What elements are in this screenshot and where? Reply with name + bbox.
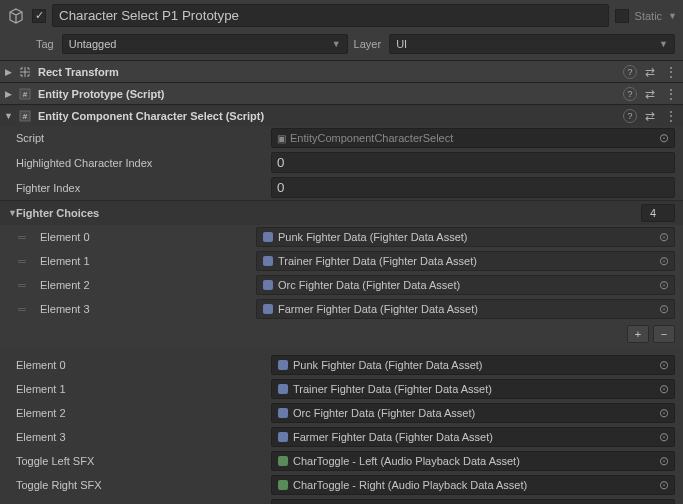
preset-icon[interactable]: ⇄	[643, 109, 657, 123]
svg-rect-4	[263, 232, 273, 242]
asset-icon	[262, 255, 274, 267]
element-label: Element 3	[16, 431, 271, 443]
array-element-row: ═Element 1Trainer Fighter Data (Fighter …	[0, 249, 683, 273]
fold-icon[interactable]: ▶	[4, 89, 12, 99]
help-icon[interactable]: ?	[623, 65, 637, 79]
toggle-left-field[interactable]: CharToggle - Left (Audio Playback Data A…	[271, 451, 675, 471]
toggle-right-field[interactable]: CharToggle - Right (Audio Playback Data …	[271, 475, 675, 495]
gameobject-icon	[6, 6, 26, 26]
rect-transform-icon	[18, 65, 32, 79]
drag-handle-icon[interactable]: ═	[18, 303, 32, 315]
asset-icon	[277, 455, 289, 467]
chevron-down-icon: ▼	[332, 39, 341, 49]
svg-rect-5	[263, 256, 273, 266]
object-picker-icon[interactable]: ⊙	[659, 454, 669, 468]
fold-icon[interactable]: ▶	[4, 67, 12, 77]
element-field[interactable]: Farmer Fighter Data (Fighter Data Asset)…	[271, 427, 675, 447]
array-element-row: ═Element 2Orc Fighter Data (Fighter Data…	[0, 273, 683, 297]
object-picker-icon[interactable]: ⊙	[659, 131, 669, 145]
drag-handle-icon[interactable]: ═	[18, 255, 32, 267]
fi-label: Fighter Index	[16, 182, 271, 194]
svg-text:#: #	[23, 90, 28, 99]
script-value: EntityComponentCharacterSelect	[290, 132, 453, 144]
script-icon: #	[18, 87, 32, 101]
select-sfx-field[interactable]: CharSelectSFX (Audio Playback Data Asset…	[271, 499, 675, 504]
array-add-button[interactable]: +	[627, 325, 649, 343]
array-remove-button[interactable]: −	[653, 325, 675, 343]
fold-icon[interactable]: ▼	[8, 208, 16, 218]
svg-rect-13	[278, 480, 288, 490]
svg-rect-9	[278, 384, 288, 394]
element-field[interactable]: Punk Fighter Data (Fighter Data Asset)⊙	[256, 227, 675, 247]
asset-icon	[277, 407, 289, 419]
hci-field[interactable]	[271, 152, 675, 173]
toggle-right-label: Toggle Right SFX	[16, 479, 271, 491]
array-element-row: ═Element 3Farmer Fighter Data (Fighter D…	[0, 297, 683, 321]
object-picker-icon[interactable]: ⊙	[659, 406, 669, 420]
element-label: Element 2	[34, 279, 254, 291]
hci-label: Highlighted Character Index	[16, 157, 271, 169]
menu-dots-icon[interactable]: ⋮	[663, 87, 679, 101]
svg-rect-6	[263, 280, 273, 290]
toggle-left-label: Toggle Left SFX	[16, 455, 271, 467]
array-element-row: Element 3Farmer Fighter Data (Fighter Da…	[0, 425, 683, 449]
static-dropdown-arrow[interactable]: ▼	[668, 11, 677, 21]
fi-field[interactable]	[271, 177, 675, 198]
menu-dots-icon[interactable]: ⋮	[663, 65, 679, 79]
gameobject-name-field[interactable]	[52, 4, 609, 27]
chevron-down-icon: ▼	[659, 39, 668, 49]
asset-icon	[262, 303, 274, 315]
layer-dropdown[interactable]: UI ▼	[389, 34, 675, 54]
help-icon[interactable]: ?	[623, 87, 637, 101]
array-element-row: Element 0Punk Fighter Data (Fighter Data…	[0, 353, 683, 377]
active-checkbox[interactable]: ✓	[32, 9, 46, 23]
object-picker-icon[interactable]: ⊙	[659, 302, 669, 316]
svg-rect-7	[263, 304, 273, 314]
element-field[interactable]: Farmer Fighter Data (Fighter Data Asset)…	[256, 299, 675, 319]
svg-rect-11	[278, 432, 288, 442]
object-picker-icon[interactable]: ⊙	[659, 230, 669, 244]
object-picker-icon[interactable]: ⊙	[659, 382, 669, 396]
svg-rect-8	[278, 360, 288, 370]
drag-handle-icon[interactable]: ═	[18, 279, 32, 291]
preset-icon[interactable]: ⇄	[643, 65, 657, 79]
help-icon[interactable]: ?	[623, 109, 637, 123]
object-picker-icon[interactable]: ⊙	[659, 254, 669, 268]
svg-rect-10	[278, 408, 288, 418]
tag-value: Untagged	[69, 38, 117, 50]
tag-dropdown[interactable]: Untagged ▼	[62, 34, 348, 54]
object-picker-icon[interactable]: ⊙	[659, 278, 669, 292]
element-field[interactable]: Orc Fighter Data (Fighter Data Asset)⊙	[271, 403, 675, 423]
element-label: Element 2	[16, 407, 271, 419]
field-value: Orc Fighter Data (Fighter Data Asset)	[278, 279, 460, 291]
array-element-row: Element 1Trainer Fighter Data (Fighter D…	[0, 377, 683, 401]
file-icon: ▣	[277, 133, 286, 144]
static-label: Static	[635, 10, 663, 22]
static-checkbox[interactable]	[615, 9, 629, 23]
svg-text:#: #	[23, 112, 28, 121]
object-picker-icon[interactable]: ⊙	[659, 430, 669, 444]
component-title: Entity Component Character Select (Scrip…	[38, 110, 617, 122]
script-label: Script	[16, 132, 271, 144]
element-label: Element 1	[16, 383, 271, 395]
array-size-field[interactable]: 4	[641, 204, 675, 222]
array-element-row: Element 2Orc Fighter Data (Fighter Data …	[0, 401, 683, 425]
element-field[interactable]: Trainer Fighter Data (Fighter Data Asset…	[271, 379, 675, 399]
preset-icon[interactable]: ⇄	[643, 87, 657, 101]
object-picker-icon[interactable]: ⊙	[659, 358, 669, 372]
drag-handle-icon[interactable]: ═	[18, 231, 32, 243]
asset-icon	[277, 479, 289, 491]
field-value: Farmer Fighter Data (Fighter Data Asset)	[278, 303, 478, 315]
object-picker-icon[interactable]: ⊙	[659, 478, 669, 492]
asset-icon	[277, 383, 289, 395]
element-field[interactable]: Punk Fighter Data (Fighter Data Asset)⊙	[271, 355, 675, 375]
element-field[interactable]: Orc Fighter Data (Fighter Data Asset)⊙	[256, 275, 675, 295]
svg-rect-12	[278, 456, 288, 466]
element-label: Element 0	[34, 231, 254, 243]
menu-dots-icon[interactable]: ⋮	[663, 109, 679, 123]
field-value: Farmer Fighter Data (Fighter Data Asset)	[293, 431, 493, 443]
field-value: Trainer Fighter Data (Fighter Data Asset…	[293, 383, 492, 395]
element-field[interactable]: Trainer Fighter Data (Fighter Data Asset…	[256, 251, 675, 271]
fold-icon[interactable]: ▼	[4, 111, 12, 121]
component-title: Rect Transform	[38, 66, 617, 78]
